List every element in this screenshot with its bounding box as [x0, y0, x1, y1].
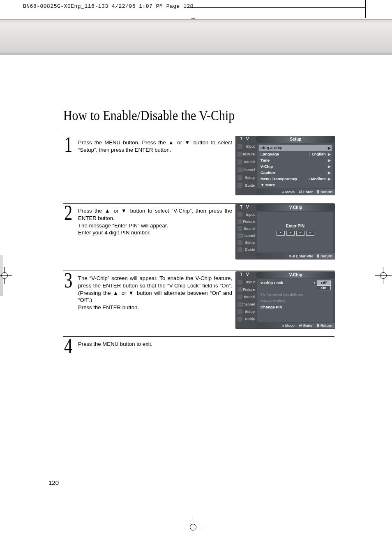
- page-title: How to Enable/Disable the V-Chip: [63, 108, 235, 123]
- page-number: 120: [48, 479, 59, 486]
- osd-content: Plug & Play ▶ Language: English ▶ Time▶ …: [257, 144, 333, 188]
- osd-row: MPAA Rating: [259, 298, 332, 304]
- help-return: ⅢReturn: [317, 254, 332, 258]
- osd-side-input: Input: [236, 143, 256, 151]
- osd-title: Setup: [256, 136, 335, 143]
- help-enterpin: 0~9 Enter PIN: [289, 254, 313, 258]
- osd-tv-label: T V: [240, 137, 250, 141]
- osd-side-sound: Sound: [236, 158, 256, 166]
- return-icon: Ⅲ: [317, 254, 319, 258]
- osd-side-setup: Setup: [236, 308, 256, 315]
- crop-rule: [189, 7, 366, 8]
- osd-row: V-Chip▶: [259, 163, 332, 169]
- osd-row: Menu Transparency: Medium ▶: [259, 176, 332, 182]
- osd-side-sound: Sound: [236, 293, 256, 301]
- osd-side-guide: Guide: [236, 246, 256, 253]
- enter-icon: ⏎: [299, 324, 302, 328]
- help-move: ♦Move: [282, 190, 295, 194]
- osd-tv-label: T V: [240, 272, 250, 277]
- registration-mark-icon: [0, 267, 12, 284]
- osd-content: Enter PIN * * * *: [257, 212, 333, 252]
- osd-row: Caption▶: [259, 169, 332, 176]
- osd-side-setup: Setup: [236, 174, 256, 181]
- return-icon: Ⅲ: [317, 324, 319, 328]
- divider: [63, 336, 334, 337]
- divider: [63, 203, 334, 204]
- osd-row: Change PIN: [259, 304, 332, 310]
- osd-row: Language: English ▶: [259, 151, 332, 157]
- osd-side-picture: Picture: [236, 151, 256, 158]
- crop-rule: [365, 0, 366, 18]
- osd-sidebar: Input Picture Sound Channel Setup Guide: [236, 143, 256, 189]
- osd-tv-label: T V: [240, 205, 250, 209]
- enter-pin-label: Enter PIN: [259, 224, 332, 228]
- osd-helpbar: ♦Move ⏎Enter ⅢReturn: [256, 323, 335, 329]
- osd-enterpin-screenshot: T V V-Chip Input Picture Sound Channel S…: [235, 204, 335, 259]
- osd-side-setup: Setup: [236, 239, 256, 246]
- osd-side-input: Input: [236, 211, 256, 218]
- osd-setup-screenshot: T V Setup Input Picture Sound Channel Se…: [235, 136, 335, 195]
- osd-side-sound: Sound: [236, 225, 256, 232]
- step-text: Press the ▲ or ▼ button to select “V-Chi…: [78, 207, 232, 236]
- step-text: Press the MENU button. Press the ▲ or ▼ …: [78, 139, 232, 154]
- updown-icon: ♦: [282, 190, 284, 194]
- osd-row: ▼ More: [259, 182, 332, 188]
- help-return: ⅢReturn: [317, 190, 332, 194]
- osd-side-input: Input: [236, 278, 256, 286]
- osd-side-channel: Channel: [236, 301, 256, 308]
- return-icon: Ⅲ: [317, 190, 319, 194]
- step-number: 1: [64, 132, 72, 157]
- osd-side-picture: Picture: [236, 286, 256, 293]
- pin-boxes: * * * *: [259, 231, 332, 236]
- osd-sidebar: Input Picture Sound Channel Setup Guide: [236, 278, 256, 323]
- pin-digit: *: [277, 231, 285, 236]
- help-enter: ⏎Enter: [299, 324, 313, 328]
- osd-side-guide: Guide: [236, 181, 256, 189]
- step-text: The “V-Chip” screen will appear. To enab…: [78, 275, 232, 311]
- osd-sidebar: Input Picture Sound Channel Setup Guide: [236, 211, 256, 253]
- osd-row: Plug & Play ▶: [259, 145, 332, 151]
- osd-content: V-Chip Lock : Off On TV Parental Guideli…: [257, 279, 333, 322]
- pin-digit: *: [306, 231, 314, 236]
- help-move: ♦Move: [282, 324, 295, 328]
- osd-side-channel: Channel: [236, 166, 256, 174]
- step-number: 2: [64, 201, 72, 225]
- osd-row: TV Parental Guidelines: [259, 292, 332, 298]
- osd-title: V-Chip: [256, 272, 335, 278]
- vchip-lock-on: On: [317, 285, 331, 290]
- step-number: 4: [64, 334, 72, 358]
- chapter-band: [0, 19, 392, 55]
- osd-title: V-Chip: [256, 204, 335, 211]
- divider: [63, 271, 334, 271]
- step-number: 3: [64, 268, 72, 292]
- osd-side-picture: Picture: [236, 218, 256, 225]
- osd-row: V-Chip Lock : Off On: [259, 280, 332, 287]
- osd-helpbar: ♦Move ⏎Enter ⅢReturn: [256, 189, 335, 195]
- osd-side-channel: Channel: [236, 232, 256, 239]
- vchip-lock-off: Off: [317, 280, 331, 285]
- crop-mark-header: BN68-00825G-X0Eng_116~133 4/22/05 1:07 P…: [23, 3, 194, 9]
- enter-icon: ⏎: [299, 190, 302, 194]
- pin-digit: *: [286, 231, 295, 236]
- help-return: ⅢReturn: [317, 324, 332, 328]
- registration-mark-icon: [185, 519, 201, 535]
- registration-mark-icon: [375, 267, 392, 284]
- divider: [63, 135, 334, 135]
- osd-row: Time▶: [259, 157, 332, 163]
- help-enter: ⏎Enter: [299, 190, 313, 194]
- pin-digit: *: [296, 231, 304, 236]
- osd-side-guide: Guide: [236, 315, 256, 323]
- osd-helpbar: 0~9 Enter PIN ⅢReturn: [256, 253, 335, 259]
- osd-vchip-screenshot: T V V-Chip Input Picture Sound Channel S…: [235, 271, 335, 329]
- step-text: Press the MENU button to exit.: [78, 340, 232, 348]
- updown-icon: ♦: [282, 324, 284, 328]
